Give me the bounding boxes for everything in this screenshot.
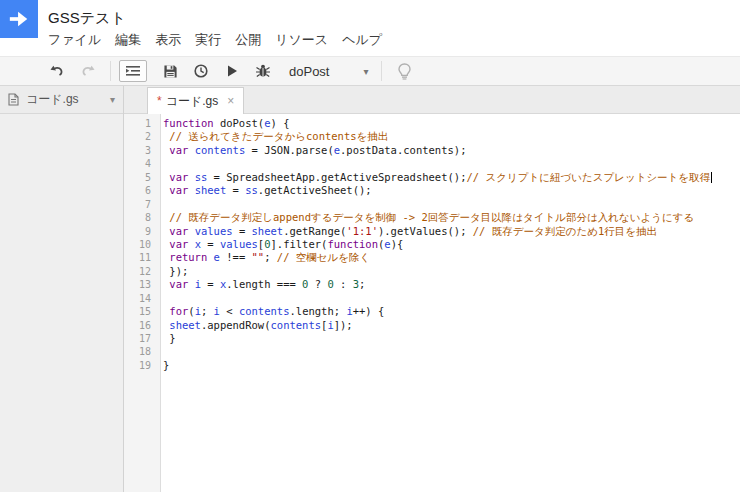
code-line — [163, 157, 740, 170]
line-number: 4 — [124, 157, 160, 170]
redo-button[interactable] — [77, 60, 99, 82]
code-line: } — [163, 359, 740, 372]
text-caret — [711, 172, 712, 183]
save-button[interactable] — [159, 60, 181, 82]
line-number: 18 — [124, 345, 160, 358]
file-icon — [8, 93, 19, 106]
toolbar-separator — [110, 61, 111, 81]
line-number: 19 — [124, 359, 160, 372]
menu-item[interactable]: ヘルプ — [342, 31, 382, 49]
code-lines[interactable]: function doPost(e) { // 送られてきたデータからconte… — [161, 114, 740, 492]
unsaved-marker: * — [157, 94, 162, 108]
code-line: var contents = JSON.parse(e.postData.con… — [163, 144, 740, 157]
tab-close-icon[interactable]: × — [227, 94, 234, 108]
menu-item[interactable]: リソース — [275, 31, 328, 49]
line-number: 8 — [124, 211, 160, 224]
menu-item[interactable]: 編集 — [115, 31, 141, 49]
code-line: } — [163, 332, 740, 345]
line-number: 2 — [124, 130, 160, 143]
code-line: // 送られてきたデータからcontentsを抽出 — [163, 130, 740, 143]
menu-item[interactable]: 公開 — [235, 31, 261, 49]
code-line: var i = x.length === 0 ? 0 : 3; — [163, 278, 740, 291]
code-line: for(i; i < contents.length; i++) { — [163, 305, 740, 318]
line-number: 17 — [124, 332, 160, 345]
code-line — [163, 345, 740, 358]
line-number-gutter: 12345678910111213141516171819 — [124, 114, 161, 492]
line-number: 11 — [124, 251, 160, 264]
tab-code-gs[interactable]: * コード.gs × — [147, 87, 244, 114]
line-number: 7 — [124, 198, 160, 211]
file-name-label: コード.gs — [26, 91, 110, 108]
function-selector-value: doPost — [289, 64, 329, 79]
line-number: 6 — [124, 184, 160, 197]
menu-item[interactable]: 表示 — [155, 31, 181, 49]
code-line: var ss = SpreadsheetApp.getActiveSpreads… — [163, 171, 740, 184]
code-area: 12345678910111213141516171819 function d… — [124, 114, 740, 492]
editor-pane: * コード.gs × 12345678910111213141516171819… — [124, 86, 740, 492]
toolbar: doPost ▾ — [0, 56, 740, 86]
line-number: 5 — [124, 171, 160, 184]
debug-bug-button[interactable] — [252, 60, 274, 82]
line-number: 16 — [124, 319, 160, 332]
indent-button[interactable] — [119, 60, 147, 82]
toolbar-separator — [381, 61, 382, 81]
tab-label: コード.gs — [166, 93, 219, 110]
tab-bar: * コード.gs × — [124, 86, 740, 114]
line-number: 3 — [124, 144, 160, 157]
apps-script-logo — [0, 0, 38, 38]
project-title[interactable]: GSSテスト — [48, 9, 126, 28]
header: GSSテスト ファイル編集表示実行公開リソースヘルプ — [0, 0, 740, 56]
line-number: 14 — [124, 292, 160, 305]
hint-bulb-icon[interactable] — [394, 60, 416, 82]
code-line: function doPost(e) { — [163, 117, 740, 130]
line-number: 9 — [124, 225, 160, 238]
line-number: 15 — [124, 305, 160, 318]
code-line: return e !== ""; // 空欄セルを除く — [163, 251, 740, 264]
function-selector[interactable]: doPost ▾ — [289, 64, 369, 79]
code-line: sheet.appendRow(contents[i]); — [163, 319, 740, 332]
arrow-right-icon — [8, 8, 30, 30]
code-line: // 既存データ判定しappendするデータを制御 -> 2回答データ目以降はタ… — [163, 211, 740, 224]
code-line: var values = sheet.getRange('1:1').getVa… — [163, 225, 740, 238]
line-number: 12 — [124, 265, 160, 278]
menu-item[interactable]: 実行 — [195, 31, 221, 49]
code-line: var x = values[0].filter(function(e){ — [163, 238, 740, 251]
line-number: 10 — [124, 238, 160, 251]
line-number: 1 — [124, 117, 160, 130]
line-number: 13 — [124, 278, 160, 291]
files-sidebar: コード.gs ▾ — [0, 86, 124, 492]
code-line — [163, 198, 740, 211]
sidebar-item-code-gs[interactable]: コード.gs ▾ — [0, 86, 123, 114]
undo-button[interactable] — [46, 60, 68, 82]
apps-script-editor-window: GSSテスト ファイル編集表示実行公開リソースヘルプ — [0, 0, 740, 492]
menu-item[interactable]: ファイル — [48, 31, 101, 49]
menu-bar: ファイル編集表示実行公開リソースヘルプ — [48, 31, 382, 49]
run-button[interactable] — [221, 60, 243, 82]
code-line: var sheet = ss.getActiveSheet(); — [163, 184, 740, 197]
chevron-down-icon: ▾ — [363, 66, 368, 77]
file-menu-caret-icon[interactable]: ▾ — [110, 94, 115, 105]
code-line: }); — [163, 265, 740, 278]
triggers-clock-button[interactable] — [190, 60, 212, 82]
code-line — [163, 292, 740, 305]
main-area: コード.gs ▾ * コード.gs × 12345678910111213141… — [0, 86, 740, 492]
